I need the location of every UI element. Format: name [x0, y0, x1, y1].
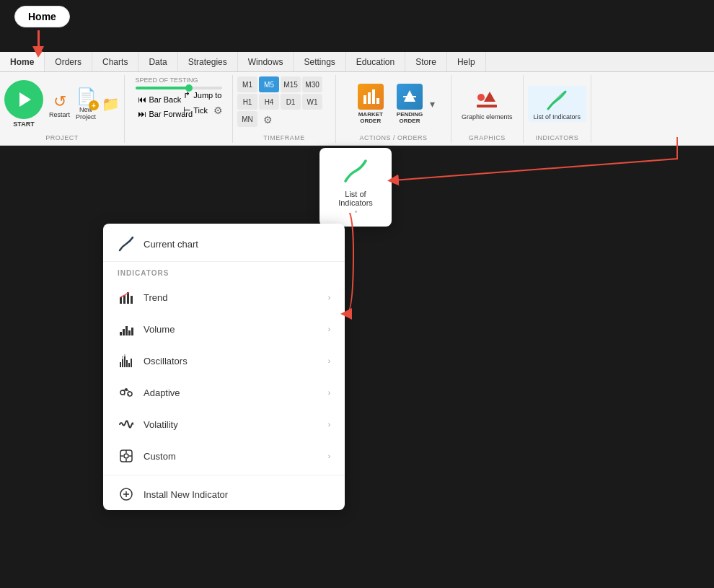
oscillators-item[interactable]: Oscillators ›: [103, 345, 345, 377]
svg-marker-8: [484, 92, 495, 102]
tick-gear-icon[interactable]: ⚙: [213, 105, 223, 116]
graphic-elements-label: Graphic elements: [462, 113, 513, 120]
timeframe-buttons: M1 M5 M15 M30 H1 H4 D1 W1 MN ⚙: [237, 76, 331, 128]
timeframe-group: M1 M5 M15 M30 H1 H4 D1 W1 MN ⚙ TIMEFRAME: [233, 75, 336, 143]
tab-windows[interactable]: Windows: [238, 52, 294, 71]
adaptive-item[interactable]: Adaptive ›: [103, 377, 345, 408]
graphics-group: Graphic elements GRAPHICS: [451, 75, 524, 143]
volatility-item[interactable]: Volatility ›: [103, 408, 345, 440]
oscillators-icon: [118, 352, 135, 369]
current-chart-label: Current chart: [144, 239, 198, 250]
volatility-icon: [118, 416, 135, 433]
adaptive-icon: [118, 384, 135, 401]
home-arrow-indicator: [38, 30, 40, 52]
folder-icon: 📁: [102, 95, 120, 113]
jump-icon: ↱: [183, 90, 190, 100]
current-chart-icon: [118, 235, 135, 253]
start-button[interactable]: START: [4, 80, 43, 128]
tab-help[interactable]: Help: [447, 52, 486, 71]
tab-charts[interactable]: Charts: [92, 52, 138, 71]
list-indicators-button[interactable]: List of Indicators: [528, 86, 587, 122]
custom-item[interactable]: Custom ›: [103, 440, 345, 472]
svg-rect-2: [372, 89, 375, 104]
speed-group: SPEED OF TESTING ⏮ Bar Back ⏭ Bar Forwar…: [125, 75, 233, 143]
svg-rect-10: [123, 295, 125, 304]
tf-mn[interactable]: MN: [237, 111, 257, 127]
restart-button[interactable]: ↺ Restart: [49, 92, 70, 118]
popup-label: List of Indicators: [328, 190, 383, 207]
graphics-label: GRAPHICS: [451, 134, 523, 141]
orders-group: MARKETORDER PENDINGORDER ▾ ACTIONS / ORD…: [336, 75, 451, 143]
tab-orders[interactable]: Orders: [45, 52, 92, 71]
project-label: PROJECT: [0, 134, 124, 141]
pending-order-icon: [397, 84, 423, 110]
timeframe-label: TIMEFRAME: [233, 134, 335, 141]
market-order-icon: [358, 84, 384, 110]
bar-back-label: Bar Back: [149, 95, 182, 104]
bar-forward-icon: ⏭: [138, 109, 146, 119]
tab-settings[interactable]: Settings: [294, 52, 345, 71]
project-dropdown-button[interactable]: 📁: [102, 95, 120, 113]
home-bubble[interactable]: Home: [14, 6, 70, 27]
restart-icon: ↺: [53, 92, 66, 111]
ribbon: Home Orders Charts Data Strategies Windo…: [0, 52, 714, 146]
jump-to-button[interactable]: ↱ Jump to: [181, 89, 225, 101]
oscillators-arrow: ›: [328, 357, 330, 365]
svg-rect-3: [376, 98, 379, 104]
svg-rect-27: [124, 354, 125, 356]
graphic-elements-button[interactable]: Graphic elements: [456, 86, 519, 122]
tick-label: Tick: [193, 106, 208, 115]
volume-label: Volume: [144, 324, 319, 335]
indicators-group: List of Indicators INDICATORS: [524, 75, 592, 143]
tf-m1[interactable]: M1: [237, 76, 257, 92]
trend-item[interactable]: Trend ›: [103, 281, 345, 313]
svg-rect-6: [477, 105, 497, 107]
tab-strategies[interactable]: Strategies: [178, 52, 238, 71]
list-indicators-popup[interactable]: List of Indicators ˅: [319, 148, 392, 227]
svg-rect-23: [126, 360, 128, 367]
current-chart-item[interactable]: Current chart: [103, 224, 345, 262]
tab-education[interactable]: Education: [346, 52, 405, 71]
volume-item[interactable]: Volume ›: [103, 313, 345, 345]
tf-d1[interactable]: D1: [281, 94, 301, 110]
tab-data[interactable]: Data: [138, 52, 177, 71]
restart-label: Restart: [49, 111, 70, 118]
volatility-label: Volatility: [144, 419, 319, 430]
tf-w1[interactable]: W1: [302, 94, 322, 110]
svg-rect-24: [128, 363, 130, 367]
svg-rect-19: [131, 328, 133, 335]
nav-tabs: Home Orders Charts Data Strategies Windo…: [0, 52, 714, 72]
tf-m5[interactable]: M5: [259, 76, 279, 92]
svg-rect-15: [120, 332, 122, 335]
tick-icon: ⊢: [183, 105, 190, 115]
svg-rect-25: [131, 359, 132, 367]
pending-order-button[interactable]: PENDINGORDER: [394, 81, 426, 127]
tf-h1[interactable]: H1: [237, 94, 257, 110]
new-project-button[interactable]: 📄 + NewProject: [76, 87, 96, 120]
tick-button[interactable]: ⊢ Tick ⚙: [181, 104, 225, 117]
indicator-dropdown: Current chart INDICATORS Trend ›: [103, 224, 345, 510]
orders-dropdown-icon[interactable]: ▾: [430, 98, 435, 110]
speed-label: SPEED OF TESTING: [136, 76, 198, 84]
timeframe-settings-icon[interactable]: ⚙: [259, 111, 276, 128]
list-indicators-label: List of Indicators: [534, 113, 581, 120]
tab-store[interactable]: Store: [405, 52, 447, 71]
svg-rect-0: [363, 95, 366, 104]
svg-rect-26: [122, 356, 123, 359]
new-project-plus: +: [89, 100, 99, 110]
home-bubble-label: Home: [28, 11, 56, 22]
svg-rect-12: [131, 296, 133, 304]
install-indicator-item[interactable]: Install New Indicator: [103, 478, 345, 510]
indicators-section-label: INDICATORS: [103, 262, 345, 281]
market-order-button[interactable]: MARKETORDER: [352, 81, 389, 127]
tf-m30[interactable]: M30: [302, 76, 322, 92]
tf-m15[interactable]: M15: [281, 76, 301, 92]
list-indicators-icon: [544, 87, 570, 113]
svg-point-36: [124, 454, 128, 458]
start-circle: [4, 80, 43, 119]
trend-icon: [118, 289, 135, 306]
svg-rect-21: [122, 359, 123, 367]
tf-h4[interactable]: H4: [259, 94, 279, 110]
actions-orders-label: ACTIONS / ORDERS: [336, 134, 451, 141]
svg-rect-22: [124, 356, 125, 367]
